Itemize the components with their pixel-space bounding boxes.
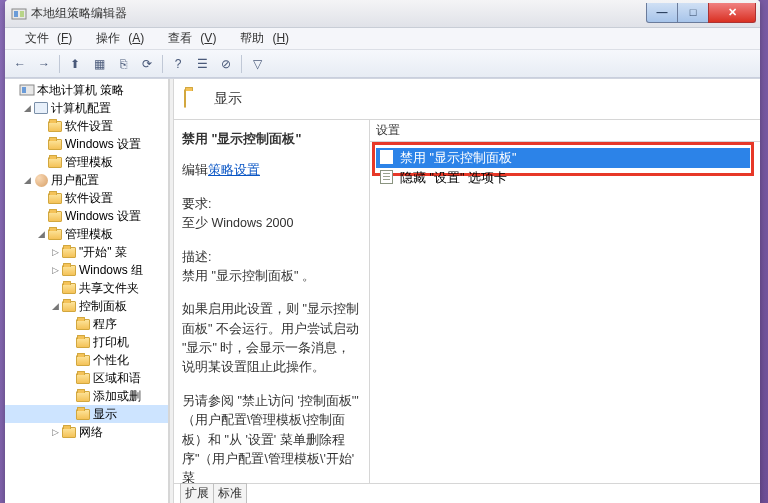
content-header: 显示 [174, 79, 760, 119]
list-item-label: 禁用 "显示控制面板" [400, 150, 516, 167]
tree-item[interactable]: Windows 设置 [5, 135, 168, 153]
tree-item[interactable]: ◢用户配置 [5, 171, 168, 189]
column-header-setting[interactable]: 设置 [370, 120, 760, 142]
close-button[interactable]: ✕ [708, 3, 756, 23]
settings-list-pane: 设置 禁用 "显示控制面板"隐藏 "设置" 选项卡 [369, 120, 760, 483]
list-item-label: 隐藏 "设置" 选项卡 [400, 170, 507, 187]
expander-icon[interactable]: ▷ [49, 247, 61, 257]
export-button[interactable]: ⎘ [112, 53, 134, 75]
tree-item[interactable]: 打印机 [5, 333, 168, 351]
app-icon [11, 6, 27, 22]
svg-rect-1 [14, 11, 18, 17]
description-label: 描述: [182, 250, 211, 264]
toolbar: ← → ⬆ ▦ ⎘ ⟳ ? ☰ ⊘ ▽ [5, 50, 760, 78]
tree-item[interactable]: ▷网络 [5, 423, 168, 441]
folder-icon [61, 244, 77, 260]
tree-item[interactable]: ▷Windows 组 [5, 261, 168, 279]
expander-icon[interactable]: ◢ [49, 301, 61, 311]
tree-item-label: 显示 [93, 406, 117, 423]
tree-item[interactable]: 区域和语 [5, 369, 168, 387]
folder-icon [75, 388, 91, 404]
tree-item-label: 软件设置 [65, 118, 113, 135]
tree-item[interactable]: 本地计算机 策略 [5, 81, 168, 99]
tree-item-label: 区域和语 [93, 370, 141, 387]
tree-item[interactable]: 个性化 [5, 351, 168, 369]
tree-item-label: 本地计算机 策略 [37, 82, 124, 99]
folder-icon [47, 136, 63, 152]
properties-button[interactable]: ☰ [191, 53, 213, 75]
folder-icon [47, 208, 63, 224]
filter-button[interactable]: ▽ [246, 53, 268, 75]
tree-item[interactable]: 显示 [5, 405, 168, 423]
content-title: 显示 [214, 90, 242, 108]
menu-action[interactable]: 操作(A) [80, 28, 152, 49]
tree-item-label: 管理模板 [65, 154, 113, 171]
tree-item[interactable]: 程序 [5, 315, 168, 333]
svg-rect-2 [20, 11, 24, 17]
tree-item-label: 软件设置 [65, 190, 113, 207]
folder-icon [47, 118, 63, 134]
description-pane: 禁用 "显示控制面板" 编辑策略设置 要求:至少 Windows 2000 描述… [174, 120, 369, 483]
folder-icon [61, 424, 77, 440]
menu-view[interactable]: 查看(V) [152, 28, 224, 49]
list-row[interactable]: 禁用 "显示控制面板" [376, 148, 750, 168]
policy-item-icon [380, 170, 396, 186]
tree-item[interactable]: ◢管理模板 [5, 225, 168, 243]
showhide-tree-button[interactable]: ▦ [88, 53, 110, 75]
svg-rect-4 [22, 87, 26, 93]
tab-extended[interactable]: 扩展 [180, 483, 214, 503]
folder-icon [75, 334, 91, 350]
back-button[interactable]: ← [9, 53, 31, 75]
tree-item[interactable]: 软件设置 [5, 189, 168, 207]
tree-item-label: 管理模板 [65, 226, 113, 243]
tree-item[interactable]: 共享文件夹 [5, 279, 168, 297]
tree-item-label: 添加或删 [93, 388, 141, 405]
requirements-label: 要求: [182, 197, 211, 211]
tree-item-label: 计算机配置 [51, 100, 111, 117]
policy-title: 禁用 "显示控制面板" [182, 130, 361, 149]
list-row[interactable]: 隐藏 "设置" 选项卡 [376, 168, 750, 188]
forward-button[interactable]: → [33, 53, 55, 75]
maximize-button[interactable]: □ [677, 3, 709, 23]
tree-item[interactable]: ▷"开始" 菜 [5, 243, 168, 261]
menu-help[interactable]: 帮助(H) [224, 28, 297, 49]
minimize-button[interactable]: — [646, 3, 678, 23]
tree-item-label: 共享文件夹 [79, 280, 139, 297]
expander-icon[interactable]: ▷ [49, 265, 61, 275]
tree-item[interactable]: ◢控制面板 [5, 297, 168, 315]
stop-button[interactable]: ⊘ [215, 53, 237, 75]
tree-item[interactable]: ◢计算机配置 [5, 99, 168, 117]
tree-item[interactable]: Windows 设置 [5, 207, 168, 225]
folder-icon [184, 90, 206, 108]
folder-icon [61, 280, 77, 296]
up-button[interactable]: ⬆ [64, 53, 86, 75]
tree-item[interactable]: 添加或删 [5, 387, 168, 405]
help-button[interactable]: ? [167, 53, 189, 75]
folder-icon [61, 298, 77, 314]
window-title: 本地组策略编辑器 [31, 5, 647, 22]
tree-item[interactable]: 管理模板 [5, 153, 168, 171]
tree-item-label: "开始" 菜 [79, 244, 127, 261]
folder-icon [61, 262, 77, 278]
tree-item-label: Windows 设置 [65, 136, 141, 153]
refresh-button[interactable]: ⟳ [136, 53, 158, 75]
folder-icon [75, 406, 91, 422]
tree-item[interactable]: 软件设置 [5, 117, 168, 135]
tree-item-label: 用户配置 [51, 172, 99, 189]
menu-file[interactable]: 文件(F) [9, 28, 80, 49]
expander-icon[interactable]: ◢ [21, 103, 33, 113]
expander-icon[interactable]: ◢ [35, 229, 47, 239]
user-icon [33, 172, 49, 188]
folder-icon [47, 154, 63, 170]
computer-icon [33, 100, 49, 116]
folder-icon [75, 316, 91, 332]
expander-icon[interactable]: ◢ [21, 175, 33, 185]
edit-policy-link[interactable]: 策略设置 [208, 163, 260, 177]
tree-item-label: Windows 组 [79, 262, 143, 279]
tree-pane[interactable]: 本地计算机 策略◢计算机配置软件设置Windows 设置管理模板◢用户配置软件设… [5, 79, 169, 503]
tab-standard[interactable]: 标准 [213, 483, 247, 503]
titlebar[interactable]: 本地组策略编辑器 — □ ✕ [5, 0, 760, 28]
folder-icon [47, 226, 63, 242]
expander-icon[interactable]: ▷ [49, 427, 61, 437]
tree-item-label: 程序 [93, 316, 117, 333]
